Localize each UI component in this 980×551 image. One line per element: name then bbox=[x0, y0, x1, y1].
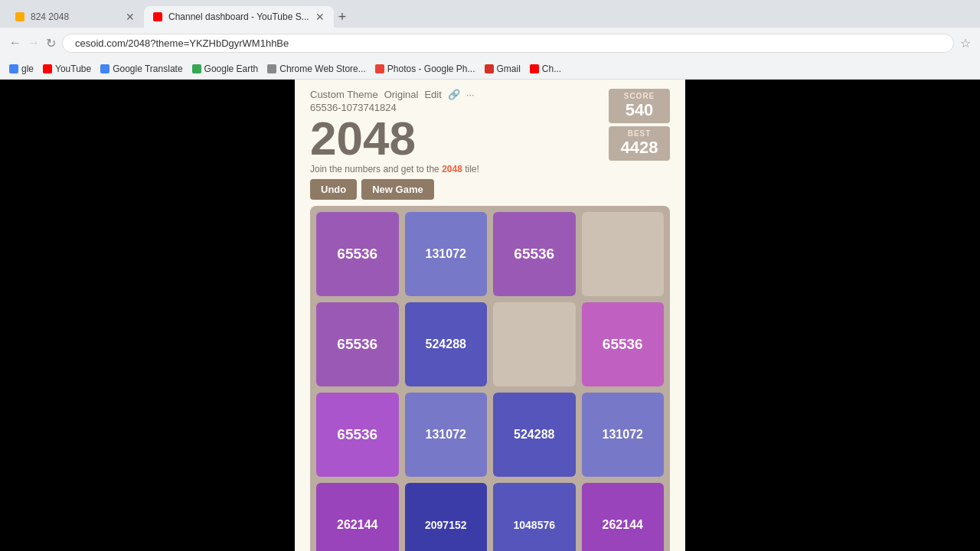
custom-theme-label: Custom Theme bbox=[310, 89, 378, 100]
right-panel bbox=[685, 80, 980, 551]
tile: 131072 bbox=[405, 393, 488, 477]
game-container: Custom Theme Original Edit 🔗 ··· 65536-1… bbox=[295, 80, 685, 551]
new-tab-button[interactable]: + bbox=[334, 9, 351, 25]
bookmark-label-photos: Photos - Google Ph... bbox=[387, 64, 475, 74]
dots-icon[interactable]: ··· bbox=[466, 89, 475, 100]
bookmark-favicon-youtube bbox=[43, 64, 52, 73]
tile bbox=[493, 302, 576, 386]
tile: 524288 bbox=[493, 393, 576, 477]
description-text: Join the numbers and get to the bbox=[310, 164, 439, 174]
bookmark-label-youtube: YouTube bbox=[55, 64, 91, 74]
tab-favicon-1 bbox=[15, 12, 24, 21]
bookmark-label-gle: gle bbox=[21, 64, 34, 74]
tab-bar: 824 2048 ✕ Channel dashboard - YouTube S… bbox=[0, 0, 980, 28]
tile: 262144 bbox=[316, 483, 399, 551]
score-box: SCORE 540 bbox=[609, 89, 670, 123]
tile: 2097152 bbox=[405, 483, 488, 551]
tile: 131072 bbox=[582, 393, 665, 477]
bookmark-gmail[interactable]: Gmail bbox=[485, 64, 521, 74]
tab-active[interactable]: Channel dashboard - YouTube S... ✕ bbox=[144, 6, 334, 28]
bookmark-photos[interactable]: Photos - Google Ph... bbox=[375, 64, 475, 74]
address-input[interactable] bbox=[62, 34, 954, 53]
tab-label-1: 824 2048 bbox=[31, 11, 69, 22]
tile: 131072 bbox=[405, 212, 488, 296]
bookmark-webstore[interactable]: Chrome Web Store... bbox=[267, 64, 366, 74]
browser-chrome: 824 2048 ✕ Channel dashboard - YouTube S… bbox=[0, 0, 980, 80]
nav-back-icon[interactable]: ← bbox=[9, 36, 21, 50]
bookmark-label-earth: Google Earth bbox=[204, 64, 259, 74]
content-area: Custom Theme Original Edit 🔗 ··· 65536-1… bbox=[0, 80, 980, 551]
best-value: 4428 bbox=[616, 138, 662, 158]
address-bar: ← → ↻ ☆ bbox=[0, 28, 980, 58]
new-game-button[interactable]: New Game bbox=[361, 179, 433, 200]
bookmark-favicon-gle bbox=[9, 64, 18, 73]
game-board: 6553613107265536655365242886553665536131… bbox=[310, 206, 670, 551]
bookmark-label-webstore: Chrome Web Store... bbox=[279, 64, 366, 74]
tab-close-2[interactable]: ✕ bbox=[315, 11, 325, 23]
tile bbox=[582, 212, 665, 296]
bookmark-favicon-webstore bbox=[267, 64, 276, 73]
game-title: 2048 bbox=[310, 115, 475, 162]
nav-refresh-icon[interactable]: ↻ bbox=[46, 36, 56, 51]
score-label: SCORE bbox=[616, 92, 662, 100]
score-boxes: SCORE 540 BEST 4428 bbox=[609, 89, 670, 161]
game-controls: Undo New Game bbox=[310, 179, 670, 200]
tile: 1048576 bbox=[493, 483, 576, 551]
tile: 524288 bbox=[405, 302, 488, 386]
bookmark-youtube[interactable]: YouTube bbox=[43, 64, 91, 74]
tile: 65536 bbox=[316, 302, 399, 386]
left-panel bbox=[0, 80, 295, 551]
bookmark-star-icon[interactable]: ☆ bbox=[960, 36, 971, 51]
tile: 65536 bbox=[316, 212, 399, 296]
bookmark-favicon-earth bbox=[192, 64, 201, 73]
bookmark-label-ch: Ch... bbox=[542, 64, 561, 74]
header-left: Custom Theme Original Edit 🔗 ··· 65536-1… bbox=[310, 89, 475, 162]
edit-label[interactable]: Edit bbox=[424, 89, 441, 100]
best-box: BEST 4428 bbox=[609, 126, 670, 161]
tab-label-2: Channel dashboard - YouTube S... bbox=[168, 11, 309, 22]
bookmark-label-translate: Google Translate bbox=[113, 64, 182, 74]
undo-button[interactable]: Undo bbox=[310, 179, 357, 200]
tile: 65536 bbox=[316, 393, 399, 477]
tile: 65536 bbox=[582, 302, 665, 386]
bookmark-label-gmail: Gmail bbox=[497, 64, 521, 74]
bookmark-ch[interactable]: Ch... bbox=[530, 64, 561, 74]
bookmark-favicon-ch bbox=[530, 64, 539, 73]
tab-favicon-2 bbox=[153, 12, 162, 21]
bookmark-favicon-gmail bbox=[485, 64, 494, 73]
game-description: Join the numbers and get to the 2048 til… bbox=[310, 164, 670, 174]
bookmarks-bar: gle YouTube Google Translate Google Eart… bbox=[0, 58, 980, 80]
tile: 65536 bbox=[493, 212, 576, 296]
bookmark-earth[interactable]: Google Earth bbox=[192, 64, 259, 74]
original-label[interactable]: Original bbox=[384, 89, 419, 100]
bookmark-favicon-translate bbox=[100, 64, 109, 73]
link-icon: 🔗 bbox=[448, 89, 460, 100]
nav-forward-icon[interactable]: → bbox=[28, 36, 40, 50]
tab-inactive[interactable]: 824 2048 ✕ bbox=[6, 6, 144, 28]
tile: 262144 bbox=[582, 483, 665, 551]
bookmark-favicon-photos bbox=[375, 64, 384, 73]
tab-close-1[interactable]: ✕ bbox=[126, 11, 135, 23]
bookmark-gle[interactable]: gle bbox=[9, 64, 34, 74]
target-suffix: tile! bbox=[465, 164, 479, 174]
target-tile: 2048 bbox=[442, 164, 462, 174]
best-label: BEST bbox=[616, 129, 662, 138]
bookmark-translate[interactable]: Google Translate bbox=[100, 64, 182, 74]
score-value: 540 bbox=[616, 100, 662, 120]
